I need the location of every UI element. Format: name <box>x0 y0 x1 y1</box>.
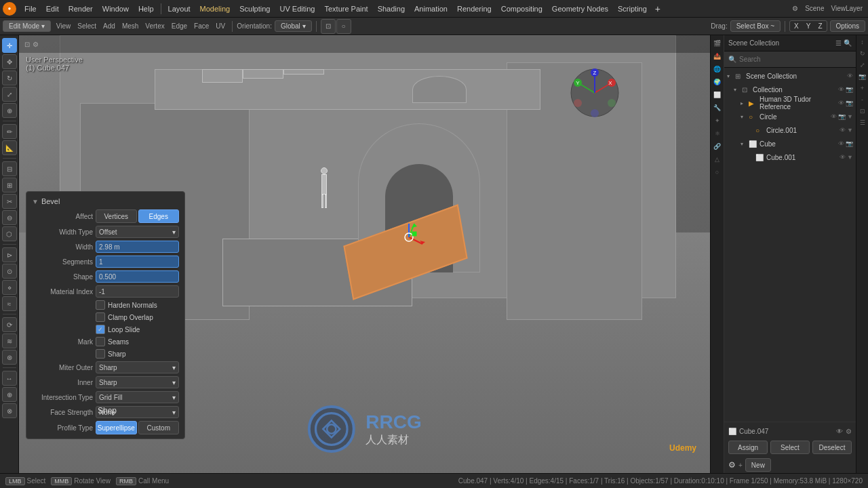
modifier-props-icon[interactable]: 🔧 <box>712 102 723 113</box>
col-render-icon[interactable]: 📷 <box>846 86 853 93</box>
face-label-hdr[interactable]: Face <box>191 21 212 31</box>
shrink-tool[interactable]: ⊕ <box>2 387 17 402</box>
crease-tool[interactable]: ≈ <box>2 296 17 311</box>
segments-field[interactable]: 1 <box>96 256 179 268</box>
search-input[interactable] <box>739 56 852 63</box>
uv-label-hdr[interactable]: UV <box>213 21 228 31</box>
view-label[interactable]: View <box>54 21 74 31</box>
ws-layout[interactable]: Layout <box>164 3 195 14</box>
mesh-label-hdr[interactable]: Mesh <box>119 21 141 31</box>
cube-render-icon[interactable]: 📷 <box>846 140 853 147</box>
bisect-tool[interactable]: ⊖ <box>2 210 17 225</box>
z-axis-btn[interactable]: Z <box>814 22 825 30</box>
add-mat-btn[interactable]: + <box>738 462 743 469</box>
sharp-checkbox[interactable] <box>96 349 105 359</box>
c001-filter-icon[interactable]: ▼ <box>847 127 853 134</box>
tree-scene-collection[interactable]: ▾ ⊞ Scene Collection 👁 <box>724 69 856 83</box>
add-label-hdr[interactable]: Add <box>100 21 118 31</box>
new-material-btn[interactable]: New <box>745 458 771 472</box>
x-axis-btn[interactable]: X <box>791 22 802 30</box>
active-obj-eye-icon[interactable]: 👁 <box>836 428 843 435</box>
width-type-dropdown[interactable]: Offset ▾ <box>96 226 179 238</box>
outliner-search-icon[interactable]: 🔍 <box>844 39 852 47</box>
menu-file[interactable]: File <box>20 3 41 14</box>
zoom-in-icon[interactable]: + <box>857 83 868 94</box>
ws-rendering[interactable]: Rendering <box>453 3 496 14</box>
vertex-label-hdr[interactable]: Vertex <box>142 21 167 31</box>
circle-render-icon[interactable]: 📷 <box>838 113 846 120</box>
poly-build-tool[interactable]: ⬡ <box>2 226 17 241</box>
select-btn[interactable]: Select <box>770 441 810 454</box>
tree-cube[interactable]: ▾ ⬜ Cube 👁 📷 <box>724 137 856 150</box>
cursor-tool[interactable]: ✛ <box>2 38 17 53</box>
ws-animation[interactable]: Animation <box>410 3 452 14</box>
y-axis-btn[interactable]: Y <box>803 22 814 30</box>
tree-collection[interactable]: ▾ ⊡ Collection 👁 📷 <box>724 83 856 96</box>
scene-props-icon[interactable]: 🌐 <box>712 64 723 75</box>
eye-icon[interactable]: 👁 <box>847 73 853 79</box>
col-eye-icon[interactable]: 👁 <box>838 86 844 93</box>
smooth-tool[interactable]: ≋ <box>2 333 17 348</box>
circle-filter-icon[interactable]: ▼ <box>847 113 853 120</box>
ws-compositing[interactable]: Compositing <box>497 3 547 14</box>
constraints-props-icon[interactable]: 🔗 <box>712 141 723 152</box>
ws-uv-editing[interactable]: UV Editing <box>275 3 319 14</box>
clamp-overlap-checkbox[interactable] <box>96 312 105 322</box>
custom-btn[interactable]: Custom <box>138 421 180 434</box>
c001-cube-filter-icon[interactable]: ▼ <box>847 154 853 161</box>
add-workspace-btn[interactable]: + <box>652 3 663 14</box>
bevel-collapse-arrow[interactable]: ▼ <box>32 198 39 205</box>
assign-btn[interactable]: Assign <box>728 441 768 454</box>
inset-tool[interactable]: ⊙ <box>2 264 17 279</box>
zoom-out-icon[interactable]: - <box>857 94 868 105</box>
view-options-btn[interactable]: ⚙ <box>33 41 39 48</box>
superellipse-btn[interactable]: Superellipse <box>96 421 137 434</box>
width-field[interactable]: 2.98 m <box>96 241 179 253</box>
data-props-icon[interactable]: △ <box>712 154 723 165</box>
tree-circle-001[interactable]: ○ Circle.001 👁 ▼ <box>724 123 856 137</box>
local-view-icon[interactable]: ⊡ <box>857 106 868 117</box>
ws-shading[interactable]: Shading <box>374 3 409 14</box>
harden-normals-checkbox[interactable] <box>96 300 105 310</box>
options-btn[interactable]: Options <box>830 20 865 32</box>
extrude-tool[interactable]: ⊳ <box>2 247 17 262</box>
spin-tool[interactable]: ⟳ <box>2 317 17 332</box>
deselect-btn[interactable]: Deselect <box>812 441 852 454</box>
loop-cut-tool[interactable]: ⊟ <box>2 161 17 176</box>
active-obj-settings-icon[interactable]: ⚙ <box>846 428 852 435</box>
gizmo-scale-icon[interactable]: ⤢ <box>857 60 868 70</box>
outliner-filter-icon[interactable]: ☰ <box>835 39 842 47</box>
vertices-btn[interactable]: Vertices <box>96 209 137 223</box>
render-props-icon[interactable]: 🎬 <box>712 38 723 49</box>
knife-tool[interactable]: ✂ <box>2 194 17 209</box>
material-props-icon[interactable]: ○ <box>712 167 723 178</box>
xray-icon[interactable]: ☰ <box>857 117 868 128</box>
shape-field[interactable]: 0.500 <box>96 270 179 283</box>
particles-props-icon[interactable]: ✦ <box>712 115 723 126</box>
circle-eye-icon[interactable]: 👁 <box>831 113 837 120</box>
rotate-tool[interactable]: ↻ <box>2 70 17 85</box>
ws-geometry-nodes[interactable]: Geometry Nodes <box>548 3 612 14</box>
move-tool[interactable]: ✥ <box>2 54 17 69</box>
physics-props-icon[interactable]: ⚛ <box>712 128 723 139</box>
edges-btn[interactable]: Edges <box>138 209 180 223</box>
select-box-btn[interactable]: Select Box ~ <box>730 20 781 32</box>
material-index-field[interactable]: -1 <box>96 285 179 298</box>
proportional-btn[interactable]: ○ <box>336 19 351 34</box>
tree-human[interactable]: ▸ ▶ Human 3D Tudor Reference 👁 📷 <box>724 96 856 110</box>
annotate-tool[interactable]: ✏ <box>2 124 17 139</box>
cube-eye-icon[interactable]: 👁 <box>838 140 844 147</box>
c001-eye-icon[interactable]: 👁 <box>840 127 846 134</box>
bevel-tool[interactable]: ⋄ <box>2 280 17 295</box>
seams-checkbox[interactable] <box>96 337 105 346</box>
output-props-icon[interactable]: 📤 <box>712 51 723 62</box>
miter-outer-dropdown[interactable]: Sharp ▾ <box>96 361 179 373</box>
loop-slide-checkbox[interactable]: ✓ <box>96 325 105 334</box>
ws-texture-paint[interactable]: Texture Paint <box>320 3 372 14</box>
c001-cube-eye-icon[interactable]: 👁 <box>840 154 846 161</box>
scale-tool[interactable]: ⤢ <box>2 87 17 102</box>
intersection-type-dropdown[interactable]: Grid Fill ▾ <box>96 391 179 403</box>
camera-icon[interactable]: 📷 <box>857 71 868 82</box>
menu-render[interactable]: Render <box>64 3 97 14</box>
measure-tool[interactable]: 📐 <box>2 140 17 155</box>
